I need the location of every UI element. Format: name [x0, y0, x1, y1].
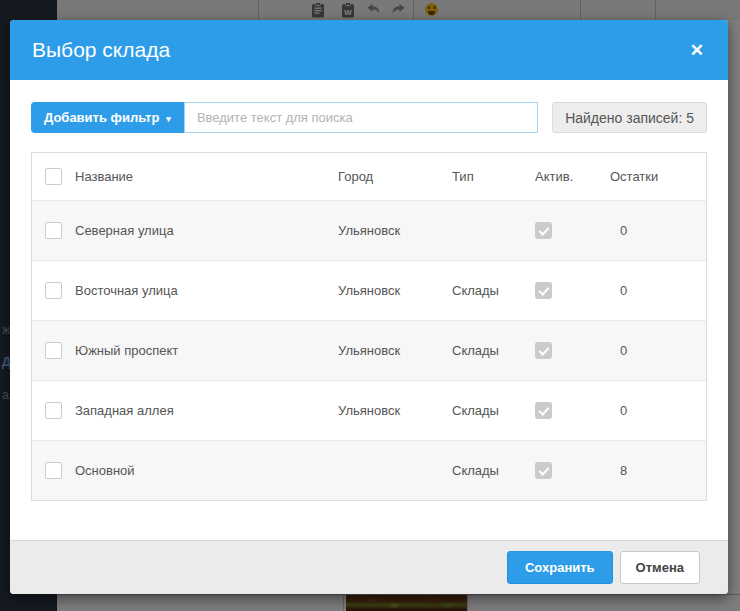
cell-stock: 0 — [610, 403, 706, 418]
search-input[interactable] — [184, 102, 538, 133]
close-icon[interactable]: ✕ — [690, 42, 704, 59]
cell-active — [535, 462, 610, 479]
cell-city: Ульяновск — [338, 283, 452, 298]
cell-active — [535, 222, 610, 239]
table-header: Название Город Тип Актив. Остатки — [32, 153, 706, 200]
table-row[interactable]: Северная улица Ульяновск 0 — [32, 200, 706, 260]
row-checkbox[interactable] — [45, 462, 62, 479]
modal-title: Выбор склада — [32, 38, 690, 62]
col-header-name: Название — [75, 169, 338, 184]
row-checkbox-cell — [32, 222, 75, 239]
cell-name: Восточная улица — [75, 283, 338, 298]
select-all-checkbox[interactable] — [45, 168, 62, 185]
cell-stock: 0 — [610, 343, 706, 358]
cell-active — [535, 282, 610, 299]
row-checkbox[interactable] — [45, 282, 62, 299]
save-button[interactable]: Сохранить — [507, 551, 613, 584]
cell-type: Склады — [452, 283, 535, 298]
cancel-button[interactable]: Отмена — [620, 551, 700, 584]
cell-type: Склады — [452, 403, 535, 418]
row-checkbox-cell — [32, 282, 75, 299]
filter-row: Добавить фильтр ▾ Найдено записей: 5 — [31, 102, 707, 133]
cell-city: Ульяновск — [338, 223, 452, 238]
records-found-badge: Найдено записей: 5 — [552, 102, 707, 133]
table-row[interactable]: Западная аллея Ульяновск Склады 0 — [32, 380, 706, 440]
add-filter-button[interactable]: Добавить фильтр ▾ — [31, 102, 184, 133]
row-checkbox[interactable] — [45, 222, 62, 239]
modal-body: Добавить фильтр ▾ Найдено записей: 5 Наз… — [10, 80, 728, 540]
cell-name: Западная аллея — [75, 403, 338, 418]
table-row[interactable]: Южный проспект Ульяновск Склады 0 — [32, 320, 706, 380]
cell-active — [535, 342, 610, 359]
row-checkbox-cell — [32, 402, 75, 419]
cell-city: Ульяновск — [338, 343, 452, 358]
cell-name: Основной — [75, 463, 338, 478]
col-header-type: Тип — [452, 169, 535, 184]
warehouse-table: Название Город Тип Актив. Остатки Северн… — [31, 152, 707, 501]
cell-name: Южный проспект — [75, 343, 338, 358]
cell-city: Ульяновск — [338, 403, 452, 418]
cell-active — [535, 402, 610, 419]
row-checkbox[interactable] — [45, 342, 62, 359]
table-row[interactable]: Основной Склады 8 — [32, 440, 706, 500]
header-checkbox-cell — [32, 168, 75, 185]
modal-header: Выбор склада ✕ — [10, 20, 728, 80]
cell-name: Северная улица — [75, 223, 338, 238]
active-checkbox-checked — [535, 402, 552, 419]
cell-stock: 0 — [610, 223, 706, 238]
col-header-city: Город — [338, 169, 452, 184]
active-checkbox-checked — [535, 222, 552, 239]
col-header-active: Актив. — [535, 169, 610, 184]
cell-type: Склады — [452, 343, 535, 358]
table-row[interactable]: Восточная улица Ульяновск Склады 0 — [32, 260, 706, 320]
active-checkbox-checked — [535, 282, 552, 299]
cell-stock: 0 — [610, 283, 706, 298]
row-checkbox-cell — [32, 462, 75, 479]
row-checkbox[interactable] — [45, 402, 62, 419]
active-checkbox-checked — [535, 342, 552, 359]
row-checkbox-cell — [32, 342, 75, 359]
active-checkbox-checked — [535, 462, 552, 479]
chevron-down-icon: ▾ — [166, 114, 171, 124]
cell-stock: 8 — [610, 463, 706, 478]
col-header-stock: Остатки — [610, 169, 706, 184]
cell-type: Склады — [452, 463, 535, 478]
warehouse-select-modal: Выбор склада ✕ Добавить фильтр ▾ Найдено… — [10, 20, 728, 594]
add-filter-label: Добавить фильтр — [44, 110, 159, 125]
modal-footer: Сохранить Отмена — [10, 540, 728, 594]
